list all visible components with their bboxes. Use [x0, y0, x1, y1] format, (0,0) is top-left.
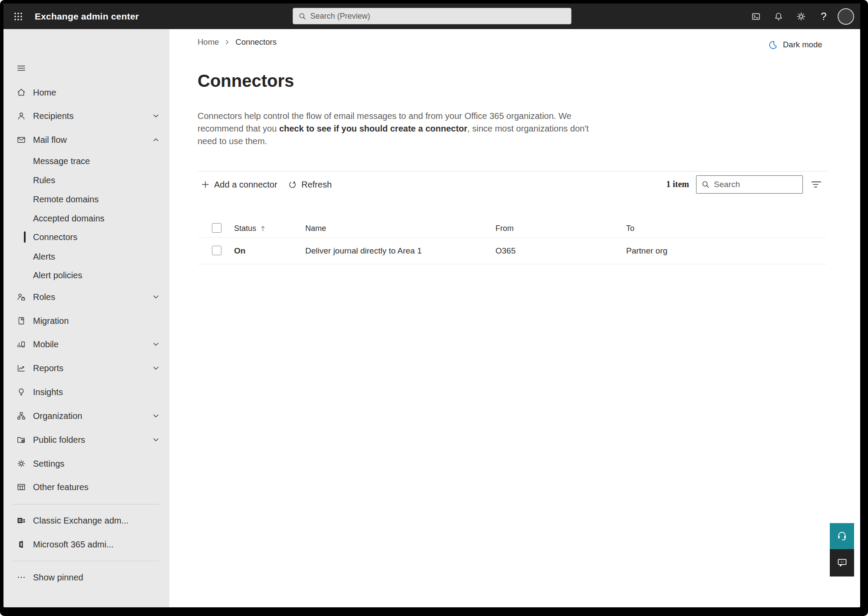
chevron-down-icon [152, 340, 160, 348]
reports-icon [17, 363, 26, 373]
global-search-box[interactable] [293, 8, 571, 24]
column-header-label: To [626, 224, 634, 233]
support-button[interactable] [830, 523, 854, 549]
header-row-divider [198, 237, 827, 238]
exchange-logo-icon [17, 516, 26, 525]
dark-mode-label: Dark mode [783, 40, 822, 49]
sidebar-item-label: Recipients [33, 111, 73, 121]
sidebar-item-label: Mail flow [33, 135, 67, 145]
help-icon: ? [821, 10, 826, 23]
column-header-to[interactable]: To [626, 224, 634, 233]
sidebar-nav: Home Recipients Mail flow [3, 29, 169, 607]
toolbar-divider [198, 171, 827, 171]
feedback-button[interactable] [830, 549, 854, 576]
sidebar-item-reports[interactable]: Reports [3, 359, 169, 378]
filter-button[interactable] [810, 179, 822, 190]
gear-icon [17, 459, 26, 468]
chevron-up-icon [152, 136, 160, 144]
sidebar-item-label: Connectors [33, 232, 77, 242]
sidebar-item-label: Public folders [33, 435, 85, 445]
breadcrumb-home-link[interactable]: Home [198, 37, 219, 47]
column-header-status[interactable]: Status [234, 224, 266, 233]
sidebar-item-accepted-domains[interactable]: Accepted domains [3, 209, 169, 228]
sidebar-item-label: Remote domains [33, 194, 99, 204]
terminal-icon [751, 12, 761, 21]
select-all-checkbox[interactable] [212, 223, 221, 233]
sidebar-item-label: Rules [33, 175, 55, 185]
chevron-down-icon [152, 293, 160, 301]
window-frame: Exchange admin center [0, 0, 868, 616]
row-divider [198, 264, 827, 264]
sidebar-item-label: Mobile [33, 339, 59, 349]
public-folder-icon [17, 435, 26, 445]
sidebar-item-message-trace[interactable]: Message trace [3, 152, 169, 171]
account-avatar[interactable] [838, 8, 854, 25]
column-header-from[interactable]: From [495, 224, 514, 233]
sidebar-item-label: Classic Exchange adm... [33, 516, 129, 526]
moon-icon [768, 40, 779, 50]
sidebar-item-connectors[interactable]: Connectors [3, 227, 169, 247]
chevron-down-icon [152, 112, 160, 120]
mobile-icon [17, 339, 26, 349]
refresh-icon [288, 180, 297, 189]
sidebar-item-home[interactable]: Home [3, 83, 169, 102]
page-title: Connectors [198, 71, 294, 90]
search-icon [701, 180, 710, 189]
list-search-input[interactable] [714, 180, 798, 189]
sidebar-item-show-pinned[interactable]: Show pinned [3, 568, 169, 587]
sidebar-item-organization[interactable]: Organization [3, 406, 169, 425]
powershell-button[interactable] [745, 6, 767, 27]
headset-icon [836, 530, 848, 542]
notifications-button[interactable] [767, 6, 790, 27]
sidebar-item-alert-policies[interactable]: Alert policies [3, 266, 169, 285]
sidebar-item-mobile[interactable]: Mobile [3, 335, 169, 354]
global-search-input[interactable] [310, 12, 566, 21]
sidebar-item-label: Microsoft 365 admi... [33, 540, 114, 550]
description-link-text[interactable]: check to see if you should create a conn… [279, 124, 467, 133]
row-status: On [234, 246, 245, 256]
sidebar-item-label: Reports [33, 363, 63, 373]
sidebar-item-rules[interactable]: Rules [3, 171, 169, 190]
filter-icon [811, 180, 822, 189]
chevron-down-icon [152, 412, 160, 420]
refresh-button[interactable]: Refresh [288, 175, 332, 194]
sidebar-item-alerts[interactable]: Alerts [3, 247, 169, 266]
sidebar-item-other-features[interactable]: Other features [3, 478, 169, 497]
breadcrumb-chevron-icon [224, 39, 231, 46]
row-name[interactable]: Deliver journal directly to Area 1 [305, 246, 422, 256]
sidebar-item-microsoft-365-admin[interactable]: Microsoft 365 admi... [3, 535, 169, 554]
help-button[interactable]: ? [812, 6, 835, 27]
breadcrumb-current: Connectors [235, 37, 277, 47]
home-icon [17, 88, 26, 97]
row-checkbox[interactable] [212, 246, 221, 255]
nav-collapse-button[interactable] [3, 59, 169, 78]
list-search-box[interactable] [696, 175, 803, 194]
chevron-down-icon [152, 364, 160, 372]
sidebar-item-label: Insights [33, 387, 63, 397]
sidebar-item-recipients[interactable]: Recipients [3, 106, 169, 125]
sidebar-item-remote-domains[interactable]: Remote domains [3, 190, 169, 209]
org-chart-icon [17, 411, 26, 421]
column-header-name[interactable]: Name [305, 224, 326, 233]
sidebar-item-public-folders[interactable]: Public folders [3, 430, 169, 449]
chat-icon [836, 557, 848, 569]
app-launcher-button[interactable] [9, 7, 28, 26]
sidebar-item-settings[interactable]: Settings [3, 454, 169, 473]
sidebar-item-label: Show pinned [33, 573, 83, 583]
sidebar-item-roles[interactable]: Roles [3, 287, 169, 306]
dark-mode-toggle[interactable]: Dark mode [768, 39, 822, 51]
table-grid-icon [17, 482, 26, 492]
sidebar-divider [12, 561, 160, 561]
row-to: Partner org [626, 246, 667, 256]
more-dots-icon [17, 573, 26, 582]
sidebar-item-insights[interactable]: Insights [3, 382, 169, 402]
add-connector-button[interactable]: Add a connector [201, 175, 277, 194]
sidebar-item-label: Migration [33, 316, 69, 326]
app-title: Exchange admin center [35, 3, 139, 29]
settings-button[interactable] [790, 6, 812, 27]
page-description: Connectors help control the flow of emai… [198, 110, 594, 148]
sidebar-item-migration[interactable]: Migration [3, 311, 169, 330]
sidebar-item-mail-flow[interactable]: Mail flow [3, 130, 169, 149]
bell-icon [774, 12, 783, 21]
sidebar-item-classic-exchange-admin[interactable]: Classic Exchange adm... [3, 511, 169, 530]
